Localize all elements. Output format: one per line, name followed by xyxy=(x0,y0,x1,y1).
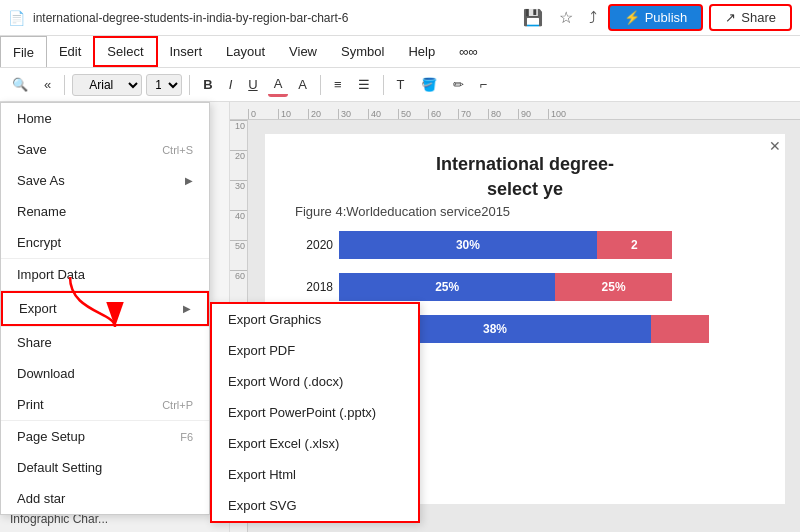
export-submenu: Export Graphics Export PDF Export Word (… xyxy=(210,302,420,523)
title-bar-actions: 💾 ☆ ⤴ ⚡ Publish ↗ Share xyxy=(518,4,792,31)
ruler-vmark: 30 xyxy=(230,180,247,210)
file-menu-download[interactable]: Download xyxy=(1,358,209,389)
file-menu-addstar[interactable]: Add star xyxy=(1,483,209,514)
export-word[interactable]: Export Word (.docx) xyxy=(212,366,418,397)
underline-btn[interactable]: U xyxy=(242,74,263,95)
export-svg[interactable]: Export SVG xyxy=(212,490,418,521)
file-menu-pagesetup[interactable]: Page SetupF6 xyxy=(1,421,209,452)
ruler-vmark: 20 xyxy=(230,150,247,180)
star-icon[interactable]: ☆ xyxy=(554,6,578,29)
bold-btn[interactable]: B xyxy=(197,74,218,95)
toolbar-divider-3 xyxy=(320,75,321,95)
font-bg-btn[interactable]: A xyxy=(292,74,313,95)
export-excel[interactable]: Export Excel (.xlsx) xyxy=(212,428,418,459)
menu-more[interactable]: ∞∞ xyxy=(447,36,490,67)
ruler-mark: 60 xyxy=(428,109,458,119)
toolbar-divider-4 xyxy=(383,75,384,95)
menu-insert[interactable]: Insert xyxy=(158,36,215,67)
export-powerpoint[interactable]: Export PowerPoint (.pptx) xyxy=(212,397,418,428)
share-btn-icon: ↗ xyxy=(725,10,736,25)
ruler-mark: 50 xyxy=(398,109,428,119)
file-menu-share[interactable]: Share xyxy=(1,327,209,358)
file-menu-export[interactable]: Export▶ xyxy=(1,291,209,326)
bar-red-2020: 2 xyxy=(597,231,672,259)
publish-icon: ⚡ xyxy=(624,10,640,25)
ruler-mark: 20 xyxy=(308,109,338,119)
ruler-vmark: 10 xyxy=(230,120,247,150)
pen-btn[interactable]: ✏ xyxy=(447,74,470,95)
bar-row-2018: 2018 25% 25% xyxy=(295,273,755,301)
main-area: Home SaveCtrl+S Save As▶ Rename Encrypt … xyxy=(0,102,800,532)
export-html[interactable]: Export Html xyxy=(212,459,418,490)
chart-figure-caption: Figure 4:Worldeducation service2015 xyxy=(295,204,755,219)
title-bar: 📄 international-degree-students-in-india… xyxy=(0,0,800,36)
bar-red-2018: 25% xyxy=(555,273,671,301)
ruler-vmark: 60 xyxy=(230,270,247,300)
ruler-mark: 0 xyxy=(248,109,278,119)
file-menu-import[interactable]: Import Data xyxy=(1,259,209,290)
font-size-select[interactable]: 10 xyxy=(146,74,182,96)
collapse-btn[interactable]: « xyxy=(38,74,57,95)
ruler-vmark: 40 xyxy=(230,210,247,240)
menu-view[interactable]: View xyxy=(277,36,329,67)
file-menu-rename[interactable]: Rename xyxy=(1,196,209,227)
file-menu-saveas[interactable]: Save As▶ xyxy=(1,165,209,196)
bar-row-2020: 2020 30% 2 xyxy=(295,231,755,259)
menu-bar: File Edit Select Insert Layout View Symb… xyxy=(0,36,800,68)
publish-button[interactable]: ⚡ Publish xyxy=(608,4,704,31)
ruler-mark: 100 xyxy=(548,109,578,119)
font-color-btn[interactable]: A xyxy=(268,73,289,97)
bar-red-2015 xyxy=(651,315,709,343)
text-btn[interactable]: T xyxy=(391,74,411,95)
file-dropdown: Home SaveCtrl+S Save As▶ Rename Encrypt … xyxy=(0,102,210,515)
menu-help[interactable]: Help xyxy=(396,36,447,67)
menu-layout[interactable]: Layout xyxy=(214,36,277,67)
ruler-mark: 10 xyxy=(278,109,308,119)
share-icon[interactable]: ⤴ xyxy=(584,7,602,29)
ruler-horizontal: 0 10 20 30 40 50 60 70 80 90 100 xyxy=(230,102,800,120)
filename-label: international-degree-students-in-india-b… xyxy=(33,11,510,25)
share-button[interactable]: ↗ Share xyxy=(709,4,792,31)
chart-title-line1: International degree- xyxy=(295,154,755,175)
align-left-btn[interactable]: ≡ xyxy=(328,74,348,95)
menu-file[interactable]: File xyxy=(0,36,47,67)
ruler-mark: 70 xyxy=(458,109,488,119)
share-label: Share xyxy=(741,10,776,25)
menu-symbol[interactable]: Symbol xyxy=(329,36,396,67)
bar-blue-2020: 30% xyxy=(339,231,597,259)
menu-select[interactable]: Select xyxy=(93,36,157,67)
left-panel: Home SaveCtrl+S Save As▶ Rename Encrypt … xyxy=(0,102,230,532)
file-menu-defaultsetting[interactable]: Default Setting xyxy=(1,452,209,483)
chart-title-line2: select ye xyxy=(295,179,755,200)
italic-btn[interactable]: I xyxy=(223,74,239,95)
toolbar: 🔍 « Arial 10 B I U A A ≡ ☰ T 🪣 ✏ ⌐ xyxy=(0,68,800,102)
shape-btn[interactable]: ⌐ xyxy=(474,74,494,95)
save-cloud-icon[interactable]: 💾 xyxy=(518,6,548,29)
file-menu-save[interactable]: SaveCtrl+S xyxy=(1,134,209,165)
bar-container-2020: 30% 2 xyxy=(339,231,755,259)
export-pdf[interactable]: Export PDF xyxy=(212,335,418,366)
ruler-mark: 90 xyxy=(518,109,548,119)
publish-label: Publish xyxy=(645,10,688,25)
file-menu-encrypt[interactable]: Encrypt xyxy=(1,227,209,258)
bar-blue-2018: 25% xyxy=(339,273,555,301)
align-center-btn[interactable]: ☰ xyxy=(352,74,376,95)
ruler-vmark: 50 xyxy=(230,240,247,270)
menu-edit[interactable]: Edit xyxy=(47,36,93,67)
bar-label-2018: 2018 xyxy=(295,280,333,294)
export-graphics[interactable]: Export Graphics xyxy=(212,304,418,335)
font-name-select[interactable]: Arial xyxy=(72,74,142,96)
ruler-mark: 40 xyxy=(368,109,398,119)
canvas-close-btn[interactable]: ✕ xyxy=(769,138,781,154)
search-btn[interactable]: 🔍 xyxy=(6,74,34,95)
toolbar-divider-2 xyxy=(189,75,190,95)
app-icon: 📄 xyxy=(8,10,25,26)
file-menu-print[interactable]: PrintCtrl+P xyxy=(1,389,209,420)
ruler-mark: 80 xyxy=(488,109,518,119)
file-menu-home[interactable]: Home xyxy=(1,103,209,134)
bar-label-2020: 2020 xyxy=(295,238,333,252)
bar-container-2018: 25% 25% xyxy=(339,273,755,301)
toolbar-divider-1 xyxy=(64,75,65,95)
fill-btn[interactable]: 🪣 xyxy=(415,74,443,95)
ruler-mark: 30 xyxy=(338,109,368,119)
